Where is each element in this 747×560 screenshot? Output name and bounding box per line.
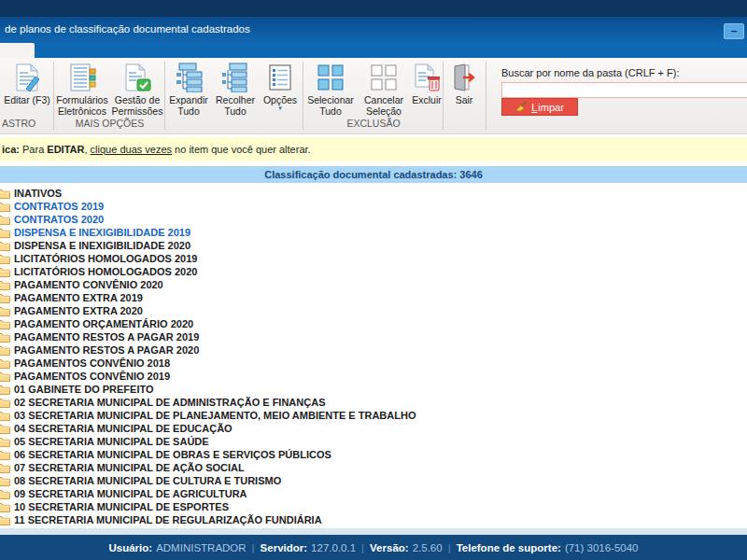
folder-row[interactable]: 06 SECRETARIA MUNICIPAL DE OBRAS E SERVI… bbox=[0, 448, 747, 461]
recolher-label: Recolher Tudo bbox=[212, 94, 259, 117]
folder-row[interactable]: 08 SECRETARIA MUNICIPAL DE CULTURA E TUR… bbox=[0, 474, 747, 487]
versao-value: 2.5.60 bbox=[413, 542, 443, 553]
folder-icon bbox=[0, 345, 10, 356]
folder-icon bbox=[0, 437, 10, 447]
expand-all-icon bbox=[174, 63, 204, 92]
window-title: de planos de classificação documental ca… bbox=[5, 23, 250, 35]
formularios-button[interactable]: Formulários Eletrônicos bbox=[54, 58, 110, 117]
folder-row[interactable]: 05 SECRETARIA MUNICIPAL DE SAÚDE bbox=[0, 435, 747, 448]
folder-icon bbox=[0, 241, 10, 251]
electronic-forms-icon bbox=[68, 63, 96, 92]
gestao-button[interactable]: Gestão de Permissões bbox=[110, 58, 164, 117]
folder-row[interactable]: DISPENSA E INEXIGIBILIDADE 2020 bbox=[0, 239, 747, 252]
folder-row[interactable]: 11 SECRETARIA MUNICIPAL DE REGULARIZAÇÃO… bbox=[0, 513, 747, 526]
telefone-label: Telefone de suporte: bbox=[457, 542, 561, 553]
ribbon-tab[interactable] bbox=[0, 43, 35, 58]
folder-icon bbox=[0, 463, 10, 473]
folder-row-label: 01 GABINETE DO PREFEITO bbox=[14, 384, 154, 395]
folder-row-label: 10 SECRETARIA MUNICIPAL DE ESPORTES bbox=[14, 501, 229, 512]
group-cadastro-label: ASTRO bbox=[0, 118, 54, 129]
formularios-label: Formulários Eletrônicos bbox=[54, 94, 110, 117]
folder-row[interactable]: 04 SECRETARIA MUNICIPAL DE EDUCAÇÃO bbox=[0, 422, 747, 435]
folder-icon bbox=[0, 293, 10, 303]
folder-row-label: PAGAMENTO RESTOS A PAGAR 2019 bbox=[14, 331, 199, 343]
folder-row-label: PAGAMENTO EXTRA 2020 bbox=[14, 305, 143, 316]
usuario-label: Usuário: bbox=[108, 542, 152, 553]
folder-row-label: DISPENSA E INEXIGIBILIDADE 2020 bbox=[14, 240, 190, 251]
excluir-button[interactable]: Excluir bbox=[410, 58, 444, 105]
folder-row[interactable]: 09 SECRETARIA MUNICIPAL DE AGRICULTURA bbox=[0, 487, 747, 500]
opcoes-button[interactable]: Opções ▾ bbox=[259, 58, 302, 111]
folder-row[interactable]: LICITATÓRIOS HOMOLOGADOS 2020 bbox=[0, 265, 747, 278]
sair-label: Sair bbox=[456, 94, 473, 105]
folder-row-label: PAGAMENTO ORÇAMENTÁRIO 2020 bbox=[14, 318, 193, 329]
tip-part3: no item que você quer alterar. bbox=[172, 144, 311, 155]
tip-text: ica: Para EDITAR, clique duas vezes no i… bbox=[0, 144, 311, 155]
limpar-label-rest: impar bbox=[538, 102, 564, 113]
folder-row[interactable]: 10 SECRETARIA MUNICIPAL DE ESPORTES bbox=[0, 500, 747, 513]
folder-row-label: CONTRATOS 2020 bbox=[14, 214, 104, 225]
folder-row[interactable]: PAGAMENTOS CONVÊNIO 2018 bbox=[0, 357, 747, 370]
ribbon-toolbar: Editar (F3) ASTRO Formulários Eletrônico… bbox=[0, 58, 747, 134]
folder-row[interactable]: 01 GABINETE DO PREFEITO bbox=[0, 383, 747, 396]
folder-row[interactable]: 03 SECRETARIA MUNICIPAL DE PLANEJAMENTO,… bbox=[0, 409, 747, 422]
folder-row[interactable]: 07 SECRETARIA MUNICIPAL DE AÇÃO SOCIAL bbox=[0, 461, 747, 474]
limpar-button[interactable]: Limpar bbox=[501, 98, 578, 116]
folder-row-label: PAGAMENTOS CONVÊNIO 2018 bbox=[14, 357, 170, 369]
selecionar-label: Selecionar Tudo bbox=[303, 94, 358, 117]
folder-row-label: PAGAMENTO RESTOS A PAGAR 2020 bbox=[14, 344, 199, 356]
folder-row[interactable]: LICITATÓRIOS HOMOLOGADOS 2019 bbox=[0, 252, 747, 265]
folder-icon bbox=[0, 411, 10, 421]
cancelar-label: Cancelar Seleção bbox=[358, 94, 410, 117]
expandir-button[interactable]: Expandir Tudo bbox=[165, 58, 212, 117]
folder-row[interactable]: PAGAMENTO ORÇAMENTÁRIO 2020 bbox=[0, 317, 747, 330]
folder-icon bbox=[0, 489, 10, 499]
editar-button[interactable]: Editar (F3) bbox=[0, 58, 54, 105]
folder-row-label: DISPENSA E INEXIGIBILIDADE 2019 bbox=[14, 227, 190, 238]
recolher-button[interactable]: Recolher Tudo bbox=[212, 58, 259, 117]
usuario-value: ADMINISTRADOR bbox=[156, 542, 246, 553]
folder-row[interactable]: PAGAMENTO CONVÊNIO 2020 bbox=[0, 278, 747, 291]
folder-row[interactable]: 02 SECRETARIA MUNICIPAL DE ADMINISTRAÇÃO… bbox=[0, 396, 747, 409]
folder-row-label: 08 SECRETARIA MUNICIPAL DE CULTURA E TUR… bbox=[14, 475, 281, 486]
group-cadastro: Editar (F3) ASTRO bbox=[0, 58, 54, 133]
folder-row[interactable]: CONTRATOS 2019 bbox=[0, 200, 747, 213]
folder-row[interactable]: DISPENSA E INEXIGIBILIDADE 2019 bbox=[0, 226, 747, 239]
folder-row[interactable]: PAGAMENTO RESTOS A PAGAR 2019 bbox=[0, 330, 747, 343]
delete-document-icon bbox=[414, 63, 440, 92]
folder-row[interactable]: PAGAMENTO RESTOS A PAGAR 2020 bbox=[0, 343, 747, 357]
folder-row[interactable]: CONTRATOS 2020 bbox=[0, 213, 747, 226]
selecionar-button[interactable]: Selecionar Tudo bbox=[303, 58, 358, 117]
group-mais-opcoes: Formulários Eletrônicos Gestão de Permis… bbox=[54, 58, 165, 133]
search-panel: Buscar por nome da pasta (CRLF + F): Lim… bbox=[486, 58, 747, 133]
search-input[interactable] bbox=[501, 82, 747, 98]
group-sair: Sair bbox=[444, 58, 486, 133]
permissions-icon bbox=[123, 63, 151, 92]
sair-button[interactable]: Sair bbox=[444, 58, 485, 105]
folder-row[interactable]: INATIVOS bbox=[0, 187, 747, 200]
ribbon-tab-strip bbox=[0, 43, 747, 58]
telefone-value: (71) 3016-5040 bbox=[565, 542, 639, 553]
group-exclusao-label: EXCLUSÃO bbox=[303, 118, 444, 129]
folder-list: INATIVOS CONTRATOS 2019 CONTRATOS 2020 D… bbox=[0, 183, 747, 528]
folder-icon bbox=[0, 280, 10, 290]
folder-row[interactable]: PAGAMENTO EXTRA 2019 bbox=[0, 291, 747, 304]
folder-row-label: 02 SECRETARIA MUNICIPAL DE ADMINISTRAÇÃO… bbox=[14, 397, 325, 408]
status-bar: Usuário: ADMINISTRADOR | Servidor: 127.0… bbox=[0, 535, 747, 560]
collapse-all-icon bbox=[220, 63, 250, 92]
folder-row[interactable]: PAGAMENTOS CONVÊNIO 2019 bbox=[0, 370, 747, 383]
folder-icon bbox=[0, 267, 10, 277]
cancelar-button[interactable]: Cancelar Seleção bbox=[358, 58, 410, 117]
folder-row[interactable]: PAGAMENTO EXTRA 2020 bbox=[0, 304, 747, 317]
folder-icon bbox=[0, 371, 10, 382]
folder-icon bbox=[0, 319, 10, 329]
versao-label: Versão: bbox=[370, 542, 409, 553]
chevron-down-icon: ▾ bbox=[278, 105, 282, 111]
minimize-button[interactable]: – bbox=[724, 23, 744, 39]
clean-brush-icon bbox=[515, 101, 528, 114]
bottom-strip bbox=[0, 528, 747, 535]
servidor-value: 127.0.0.1 bbox=[311, 542, 356, 553]
desktop-top-strip bbox=[0, 0, 747, 17]
search-label: Buscar por nome da pasta (CRLF + F): bbox=[501, 67, 679, 78]
folder-row-label: LICITATÓRIOS HOMOLOGADOS 2020 bbox=[14, 266, 197, 277]
